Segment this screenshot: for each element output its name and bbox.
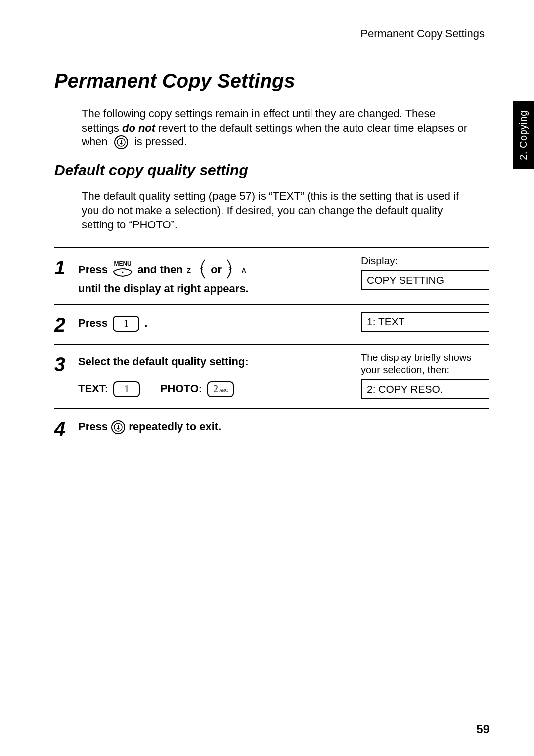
step-row: 2 Press 1 . 1: TEXT: [54, 304, 490, 344]
display-box: 1: TEXT: [361, 312, 490, 332]
keypad-1-key: 1: [113, 381, 140, 397]
steps-list: 1 Press MENU and then Z < or >: [54, 247, 490, 447]
step-display-col: 1: TEXT: [361, 312, 490, 335]
sub-heading: Default copy quality setting: [54, 162, 490, 178]
manual-page: Permanent Copy Settings 2. Copying Perma…: [0, 0, 534, 756]
step-display-col: The display briefly shows your selection…: [361, 352, 490, 399]
svg-point-2: [122, 272, 124, 273]
and-then-label: and then: [137, 264, 186, 276]
text-option-label: TEXT:: [78, 382, 111, 395]
stop-icon: [111, 420, 126, 435]
z-label: Z: [187, 267, 191, 274]
step-row: 1 Press MENU and then Z < or >: [54, 247, 490, 304]
step-instruction: Press 1 .: [78, 312, 361, 335]
step-number: 2: [54, 312, 78, 335]
svg-text:>: >: [228, 266, 232, 272]
step-row: 3 Select the default quality setting: TE…: [54, 344, 490, 408]
step3-line1: Select the default quality setting:: [78, 356, 249, 368]
step4-tail: repeatedly to exit.: [129, 420, 221, 433]
display-box: 2: COPY RESO.: [361, 379, 490, 399]
step2-dot: .: [144, 317, 147, 329]
step1-line2: until the display at right appears.: [78, 282, 249, 295]
step-instruction: Press repeatedly to exit.: [78, 416, 361, 439]
intro-paragraph: The following copy settings remain in ef…: [82, 107, 470, 150]
menu-label: MENU: [113, 261, 133, 267]
page-title: Permanent Copy Settings: [54, 70, 490, 92]
a-label: A: [241, 267, 246, 274]
step-row: 4 Press repeatedly to exit.: [54, 408, 490, 447]
press-label: Press: [78, 264, 111, 276]
keypad-2-key: 2ABC: [207, 381, 234, 397]
keypad-1-key: 1: [113, 316, 139, 332]
step-number: 4: [54, 416, 78, 439]
intro-donot: do not: [122, 122, 155, 134]
menu-button-icon: MENU: [113, 261, 133, 280]
step-instruction: Press MENU and then Z < or > A: [78, 255, 361, 295]
step-number: 3: [54, 352, 78, 399]
press-label: Press: [78, 420, 111, 433]
step-number: 1: [54, 255, 78, 295]
display-note: The display briefly shows your selection…: [361, 352, 490, 376]
or-label: or: [211, 264, 224, 276]
subhead-paragraph: The default quality setting (page 57) is…: [82, 189, 470, 232]
page-number: 59: [476, 722, 490, 736]
intro-text-3: is pressed.: [134, 135, 187, 148]
keypad-2-main: 2: [213, 383, 218, 394]
step-display-col: Display: COPY SETTING: [361, 255, 490, 295]
keypad-2-sub: ABC: [219, 388, 228, 393]
step-instruction: Select the default quality setting: TEXT…: [78, 352, 361, 399]
photo-option-label: PHOTO:: [160, 382, 205, 395]
right-arrow-icon: >: [225, 259, 236, 282]
stop-icon: [114, 135, 129, 150]
press-label: Press: [78, 317, 111, 329]
left-arrow-icon: <: [196, 259, 207, 282]
running-head: Permanent Copy Settings: [54, 27, 490, 40]
section-thumb-tab: 2. Copying: [513, 101, 534, 169]
display-box: COPY SETTING: [361, 270, 490, 290]
svg-text:<: <: [200, 266, 203, 272]
display-label: Display:: [361, 255, 490, 267]
